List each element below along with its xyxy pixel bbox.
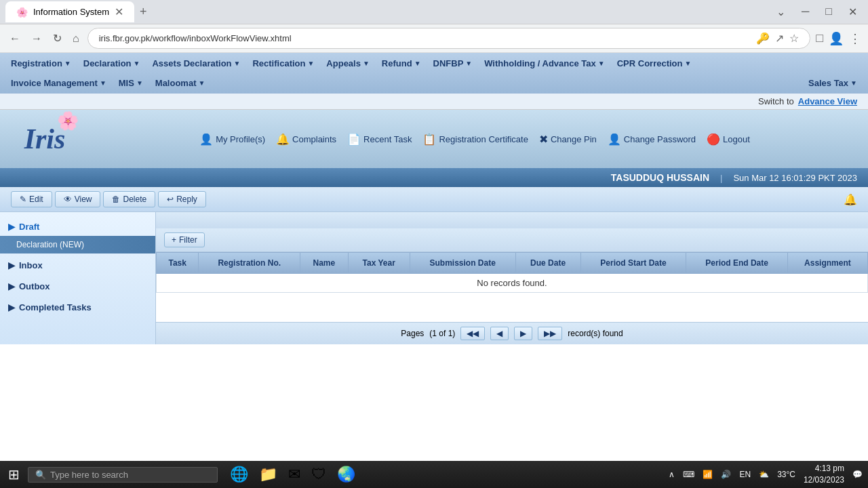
- logout-icon: 🔴: [707, 133, 720, 146]
- tab-title: Information System: [33, 7, 109, 17]
- sidebar: ▶ Draft Declaration (NEW) ▶ Inbox ▶ Outb…: [0, 212, 156, 344]
- first-page-button[interactable]: ◀◀: [460, 327, 485, 340]
- sidebar-completed-tasks-header[interactable]: ▶ Completed Tasks: [0, 298, 155, 317]
- nav-registration[interactable]: Registration ▼: [5, 56, 77, 71]
- language-indicator: EN: [739, 470, 751, 479]
- nav-assets-declaration[interactable]: Assets Declaration ▼: [146, 56, 245, 71]
- no-records-message: No records found.: [157, 274, 868, 293]
- close-button[interactable]: ✕: [843, 4, 863, 20]
- nav-dnfbp[interactable]: DNFBP ▼: [428, 56, 478, 71]
- recent-task-link[interactable]: 📄 Recent Task: [347, 133, 412, 146]
- forward-button[interactable]: →: [28, 30, 45, 47]
- page-current: (1 of 1): [429, 329, 455, 338]
- back-button[interactable]: ←: [7, 30, 23, 47]
- filter-button[interactable]: + Filter: [164, 232, 205, 247]
- edit-button[interactable]: ✎ Edit: [11, 191, 52, 207]
- extensions-icon[interactable]: □: [816, 31, 823, 45]
- nav-declaration[interactable]: Declaration ▼: [78, 56, 146, 71]
- minimize-button[interactable]: ─: [796, 4, 814, 20]
- prev-page-button[interactable]: ◀: [490, 327, 509, 340]
- my-profiles-link[interactable]: 👤 My Profile(s): [199, 133, 265, 146]
- chevron-up-icon[interactable]: ∧: [669, 470, 675, 479]
- search-bar[interactable]: 🔍 Type here to search: [28, 467, 218, 483]
- browser-tab[interactable]: 🌸 Information System ✕: [5, 1, 134, 22]
- address-bar: ← → ↻ ⌂ iris.fbr.gov.pk/workflow/inboxWo…: [0, 24, 868, 53]
- sidebar-inbox-header[interactable]: ▶ Inbox: [0, 256, 155, 274]
- recent-task-icon: 📄: [347, 133, 361, 146]
- start-button[interactable]: ⊞: [5, 464, 22, 485]
- nav-withholding[interactable]: Withholding / Advance Tax ▼: [479, 56, 610, 71]
- main-content: ▶ Draft Declaration (NEW) ▶ Inbox ▶ Outb…: [0, 212, 868, 344]
- advance-view-link[interactable]: Advance View: [798, 96, 857, 106]
- home-button[interactable]: ⌂: [70, 30, 82, 47]
- sidebar-item-declaration-new[interactable]: Declaration (NEW): [0, 236, 155, 253]
- volume-icon: 🔊: [721, 470, 731, 479]
- tab-close-button[interactable]: ✕: [115, 5, 123, 18]
- sidebar-draft-header[interactable]: ▶ Draft: [0, 218, 155, 236]
- complaints-link[interactable]: 🔔 Complaints: [276, 133, 336, 146]
- security-icon[interactable]: 🛡: [307, 464, 330, 485]
- change-password-icon: 👤: [608, 133, 621, 146]
- completed-tasks-label: Completed Tasks: [19, 302, 92, 312]
- view-button[interactable]: 👁 View: [55, 191, 101, 207]
- taskbar-right: ∧ ⌨ 📶 🔊 EN ⛅ 33°C 4:13 pm 12/03/2023 💬: [669, 463, 863, 486]
- delete-label: Delete: [123, 195, 146, 204]
- chevron-down-icon: ▼: [136, 79, 143, 87]
- table-row: No records found.: [157, 274, 868, 293]
- nav-cpr-correction[interactable]: CPR Correction ▼: [612, 56, 697, 71]
- nav-refund[interactable]: Refund ▼: [376, 56, 427, 71]
- mail-icon[interactable]: ✉: [284, 464, 304, 485]
- logout-link[interactable]: 🔴 Logout: [707, 133, 750, 146]
- nav-appeals[interactable]: Appeals ▼: [321, 56, 374, 71]
- data-table: Task Registration No. Name Tax Year Subm…: [156, 252, 868, 293]
- edge-icon[interactable]: 🌐: [226, 464, 252, 485]
- maximize-button[interactable]: □: [820, 4, 837, 20]
- sidebar-outbox-header[interactable]: ▶ Outbox: [0, 277, 155, 296]
- search-icon: 🔍: [35, 470, 46, 480]
- col-submission-date: Submission Date: [410, 253, 515, 274]
- chevron-down-icon: ▼: [198, 79, 205, 87]
- col-period-end-date: Period End Date: [686, 253, 788, 274]
- switch-to-label: Switch to: [758, 96, 794, 106]
- menu-icon[interactable]: ⋮: [849, 31, 861, 46]
- chevron-down-icon: ▼: [363, 60, 370, 67]
- reply-button[interactable]: ↩ Reply: [158, 191, 206, 207]
- notification-bell-icon[interactable]: 💬: [852, 470, 863, 479]
- nav-mis[interactable]: MIS ▼: [113, 75, 149, 91]
- url-bar[interactable]: iris.fbr.gov.pk/workflow/inboxWorkFlowVi…: [87, 28, 810, 49]
- complaints-icon: 🔔: [276, 133, 290, 146]
- chrome-icon[interactable]: 🌏: [333, 464, 359, 485]
- nav-maloomat[interactable]: Maloomat ▼: [150, 75, 211, 91]
- col-name: Name: [300, 253, 349, 274]
- new-tab-button[interactable]: +: [134, 2, 153, 22]
- expand-icon: ▶: [8, 281, 15, 291]
- next-page-button[interactable]: ▶: [514, 327, 532, 340]
- logo-flower-icon: 🌸: [57, 110, 79, 131]
- col-period-start-date: Period Start Date: [580, 253, 686, 274]
- profile-icon[interactable]: 👤: [829, 31, 844, 46]
- refresh-button[interactable]: ↻: [50, 29, 64, 47]
- bell-icon[interactable]: 🔔: [844, 193, 857, 206]
- change-pin-link[interactable]: ✖ Change Pin: [539, 133, 597, 146]
- files-icon[interactable]: 📁: [255, 464, 281, 485]
- col-registration-no: Registration No.: [199, 253, 300, 274]
- nav-rectification[interactable]: Rectification ▼: [247, 56, 319, 71]
- taskbar-clock: 4:13 pm 12/03/2023: [804, 463, 844, 486]
- star-icon: ☆: [789, 32, 799, 45]
- username: TASUDDUQ HUSSAIN: [611, 172, 709, 183]
- browser-titlebar: 🌸 Information System ✕ + ⌄ ─ □ ✕: [0, 0, 868, 24]
- chevron-down-icon[interactable]: ⌄: [771, 4, 791, 20]
- last-page-button[interactable]: ▶▶: [538, 327, 562, 340]
- keyboard-icon: ⌨: [683, 470, 694, 479]
- nav-row2: Invoice Management ▼ MIS ▼ Maloomat ▼ Sa…: [5, 74, 863, 94]
- registration-certificate-link[interactable]: 📋 Registration Certificate: [422, 133, 528, 146]
- table-area: Task Registration No. Name Tax Year Subm…: [156, 252, 868, 322]
- certificate-icon: 📋: [422, 133, 436, 146]
- delete-button[interactable]: 🗑 Delete: [103, 191, 155, 207]
- nav-sales-tax[interactable]: Sales Tax ▼: [803, 75, 863, 91]
- expand-icon: ▶: [8, 260, 15, 270]
- recent-task-label: Recent Task: [363, 134, 412, 144]
- nav-invoice-management[interactable]: Invoice Management ▼: [5, 75, 112, 91]
- change-password-link[interactable]: 👤 Change Password: [608, 133, 696, 146]
- inbox-label: Inbox: [19, 260, 43, 270]
